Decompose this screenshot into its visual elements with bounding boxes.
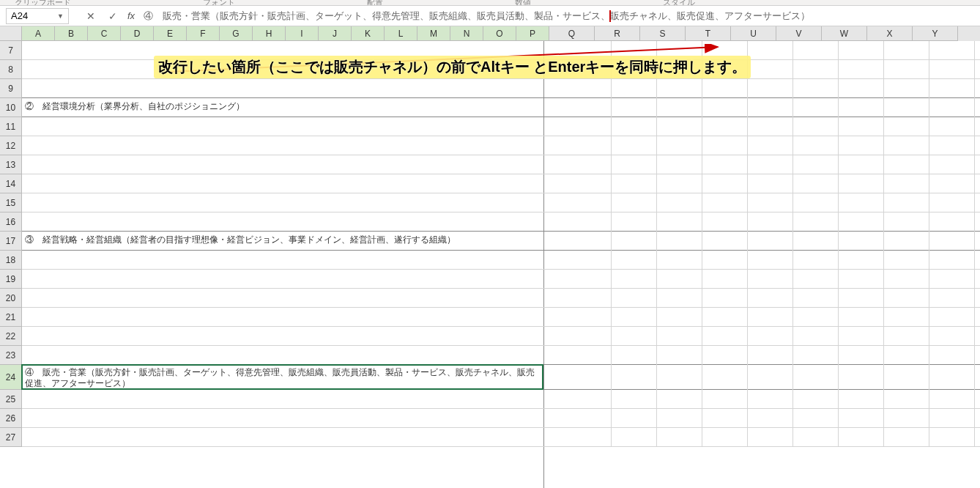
col-header-G[interactable]: G [220,26,253,41]
annotation-text: 改行したい箇所（ここでは販売チャネル）の前でAltキー とEnterキーを同時に… [154,56,751,78]
ribbon-tab-style[interactable]: スタイル [663,0,695,6]
row-header-9[interactable]: 9 [0,79,22,98]
row-header-12[interactable]: 12 [0,136,22,155]
cell-A10[interactable]: ② 経営環境分析（業界分析、自社のポジショニング） [22,98,248,115]
ribbon-tab-number[interactable]: 数値 [515,0,531,6]
name-box-value: A24 [11,10,28,21]
row-header-11[interactable]: 11 [0,117,22,136]
col-header-E[interactable]: E [154,26,187,41]
col-header-L[interactable]: L [385,26,417,41]
formula-controls: ✕ ✓ fx [83,9,135,23]
col-header-F[interactable]: F [187,26,220,41]
ribbon-tab-clipboard[interactable]: クリップボード [15,0,71,6]
row-header-16[interactable]: 16 [0,212,22,232]
col-header-N[interactable]: N [450,26,483,41]
grid-lines-right [565,41,980,447]
col-header-S[interactable]: S [640,26,686,41]
col-header-V[interactable]: V [776,26,822,41]
col-header-Q[interactable]: Q [549,26,595,41]
ribbon-tabs: クリップボード フォント 配置 数値 スタイル [0,0,980,6]
column-headers: A B C D E F G H I J K L M N O P Q R S T … [0,26,980,41]
select-all-corner[interactable] [0,26,22,41]
col-header-A[interactable]: A [22,26,55,41]
ribbon-tab-alignment[interactable]: 配置 [367,0,383,6]
row-header-7[interactable]: 7 [0,41,22,60]
col-header-I[interactable]: I [286,26,319,41]
fx-icon[interactable]: fx [127,10,135,21]
spreadsheet-grid[interactable]: 改行したい箇所（ここでは販売チャネル）の前でAltキー とEnterキーを同時に… [0,26,980,488]
cells-area[interactable]: ② 経営環境分析（業界分析、自社のポジショニング） ③ 経営戦略・経営組織（経営… [22,41,980,447]
cell-A24[interactable]: ④ 販売・営業（販売方針・販売計画、ターゲット、得意先管理、販売組織、販売員活動… [22,365,543,391]
col-header-T[interactable]: T [686,26,731,41]
row-header-23[interactable]: 23 [0,346,22,365]
row-header-10[interactable]: 10 [0,98,22,117]
cancel-button[interactable]: ✕ [83,9,98,23]
col-header-J[interactable]: J [319,26,352,41]
confirm-button[interactable]: ✓ [105,9,120,23]
row-header-26[interactable]: 26 [0,409,22,428]
formula-text-part1: ④ 販売・営業（販売方針・販売計画、ターゲット、得意先管理、販売組織、販売員活動… [144,10,610,23]
col-header-D[interactable]: D [121,26,154,41]
col-header-C[interactable]: C [88,26,121,41]
col-header-H[interactable]: H [253,26,286,41]
row-header-21[interactable]: 21 [0,308,22,327]
col-header-B[interactable]: B [55,26,88,41]
row-header-14[interactable]: 14 [0,174,22,193]
formula-input[interactable]: ④ 販売・営業（販売方針・販売計画、ターゲット、得意先管理、販売組織、販売員活動… [144,10,974,23]
col-header-K[interactable]: K [352,26,385,41]
col-header-P[interactable]: P [516,26,549,41]
row-header-20[interactable]: 20 [0,289,22,308]
col-header-O[interactable]: O [483,26,516,41]
col-header-R[interactable]: R [595,26,640,41]
row-header-13[interactable]: 13 [0,155,22,174]
col-header-Y[interactable]: Y [913,26,958,41]
row-header-22[interactable]: 22 [0,327,22,346]
row-header-27[interactable]: 27 [0,428,22,447]
chevron-down-icon[interactable]: ▼ [57,12,64,20]
col-header-X[interactable]: X [867,26,913,41]
cell-A17[interactable]: ③ 経営戦略・経営組織（経営者の目指す理想像・経営ビジョン、事業ドメイン、経営計… [22,232,459,248]
row-header-15[interactable]: 15 [0,193,22,212]
name-box[interactable]: A24 ▼ [6,8,69,24]
formula-bar: A24 ▼ ✕ ✓ fx ④ 販売・営業（販売方針・販売計画、ターゲット、得意先… [0,6,980,26]
ribbon-tab-font[interactable]: フォント [203,0,235,6]
col-header-U[interactable]: U [731,26,776,41]
row-header-25[interactable]: 25 [0,390,22,409]
col-header-M[interactable]: M [417,26,450,41]
row-header-19[interactable]: 19 [0,270,22,289]
row-header-18[interactable]: 18 [0,251,22,270]
col-header-W[interactable]: W [822,26,867,41]
row-header-17[interactable]: 17 [0,232,22,251]
row-headers: 7 8 9 10 11 12 13 14 15 16 17 18 19 20 2… [0,41,22,447]
formula-text-part2: 販売チャネル、販売促進、アフターサービス） [610,10,810,23]
row-header-8[interactable]: 8 [0,60,22,79]
row-header-24[interactable]: 24 [0,365,22,390]
